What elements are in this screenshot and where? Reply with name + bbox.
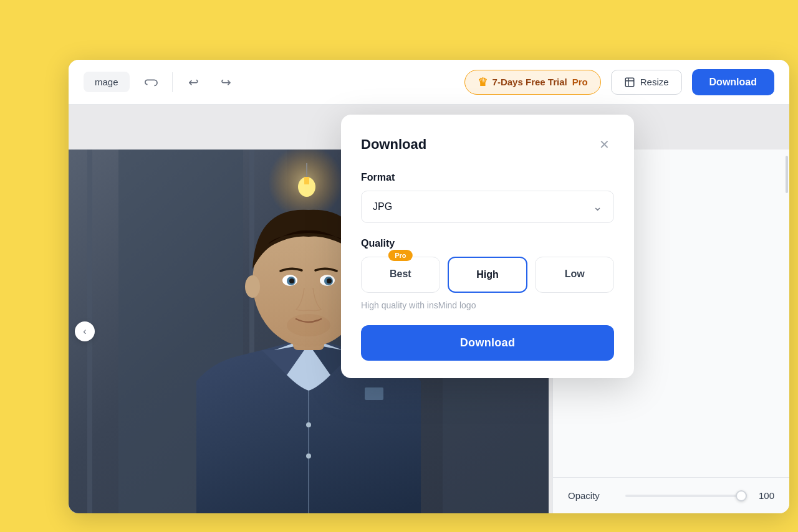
chevron-down-icon: ⌄: [593, 200, 602, 214]
quality-option-best[interactable]: Pro Best: [361, 257, 440, 293]
svg-point-19: [327, 278, 332, 283]
download-modal: Download ✕ Format JPG ⌄ Quality Pro Best…: [341, 115, 634, 378]
header-download-button[interactable]: Download: [692, 69, 774, 95]
image-tab[interactable]: mage: [84, 72, 130, 92]
svg-rect-10: [304, 177, 309, 184]
app-window: mage ↩ ↪ ♛ 7-Days Free Trial Pro Resize …: [69, 60, 789, 513]
svg-point-24: [306, 422, 311, 427]
opacity-slider[interactable]: [625, 495, 747, 497]
quality-high-label: High: [476, 269, 499, 280]
modal-download-button[interactable]: Download: [361, 325, 614, 361]
svg-rect-26: [365, 387, 383, 400]
quality-label: Quality: [361, 238, 614, 249]
undo-button[interactable]: ↩: [183, 71, 205, 93]
opacity-slider-thumb[interactable]: [736, 490, 747, 501]
nav-arrow-left[interactable]: ‹: [75, 321, 95, 341]
toolbar-divider: [172, 72, 173, 92]
quality-options: Pro Best High Low: [361, 257, 614, 293]
redo-button[interactable]: ↪: [215, 71, 238, 93]
modal-title: Download: [361, 136, 426, 153]
pro-label: Pro: [572, 77, 588, 87]
pro-badge: Pro: [388, 250, 412, 261]
quality-low-label: Low: [565, 268, 585, 279]
right-scrollbar[interactable]: [786, 156, 788, 193]
svg-point-20: [287, 314, 330, 336]
quality-option-high[interactable]: High: [448, 257, 528, 293]
format-select[interactable]: JPG ⌄: [361, 191, 614, 223]
toolbar: mage ↩ ↪ ♛ 7-Days Free Trial Pro Resize …: [69, 60, 789, 105]
opacity-row: Opacity 100: [568, 490, 774, 501]
format-label: Format: [361, 172, 614, 183]
modal-header: Download ✕: [361, 135, 614, 154]
crown-icon: ♛: [478, 75, 488, 89]
format-value: JPG: [373, 201, 392, 212]
opacity-value: 100: [754, 490, 774, 501]
svg-point-21: [245, 275, 260, 298]
svg-point-25: [306, 454, 311, 458]
modal-close-button[interactable]: ✕: [594, 135, 614, 154]
quality-option-low[interactable]: Low: [535, 257, 614, 293]
resize-label: Resize: [640, 77, 669, 87]
opacity-section: Opacity 100: [553, 477, 789, 513]
svg-rect-0: [625, 78, 634, 87]
opacity-label: Opacity: [568, 490, 618, 501]
quality-hint: High quality with insMind logo: [361, 300, 614, 310]
cloud-icon[interactable]: [140, 71, 162, 93]
trial-badge[interactable]: ♛ 7-Days Free Trial Pro: [464, 70, 601, 95]
quality-best-label: Best: [390, 268, 411, 279]
svg-point-18: [289, 278, 294, 283]
resize-button[interactable]: Resize: [611, 70, 682, 95]
trial-badge-label: 7-Days Free Trial: [493, 77, 567, 87]
